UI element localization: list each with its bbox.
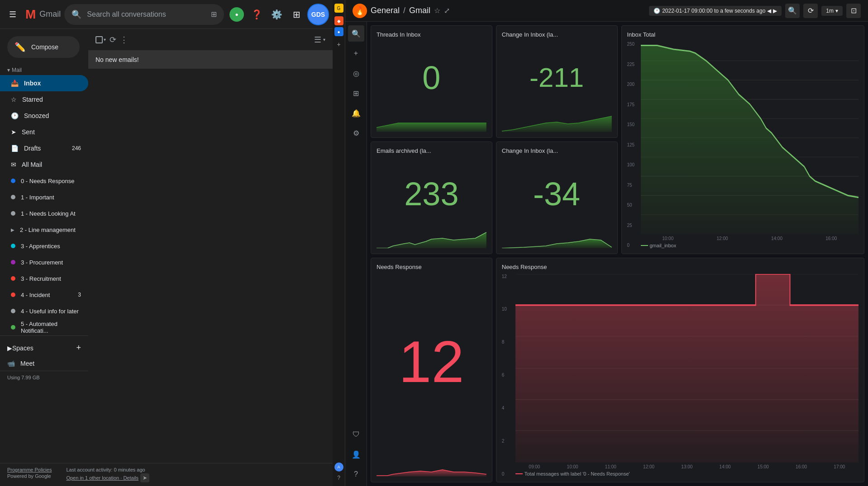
svg-marker-11 [641,46,859,234]
refresh-icon[interactable]: ⟳ [110,35,116,45]
sidebar-item-label-9[interactable]: 5 - Automated Notificati... [0,319,88,335]
sidebar-item-label-8[interactable]: 4 - Useful info for later [0,303,88,319]
sidebar-item-label-0[interactable]: 0 - Needs Response [0,173,88,189]
meet-section[interactable]: 📹 Meet [0,356,88,371]
time-range-picker[interactable]: 🕐 2022-01-17 09:00:00 to a few seconds a… [649,6,782,16]
label-dot-2 [11,211,15,216]
settings-icon[interactable]: ⚙️ [267,5,286,24]
x-label-1400: 14:00 [771,236,782,241]
sidebar: ✏️ Compose ▾ Mail 📥 Inbox ☆ Starred 🕐 Sn… [0,29,88,463]
search-input[interactable] [87,10,205,19]
gs-user-icon[interactable]: 👤 [348,446,364,462]
grafana-sidebar: 🔍 + ◎ ⊞ 🔔 ⚙ 🛡 👤 ? [345,22,367,486]
sidebar-item-label-5[interactable]: 3 - Procurement [0,254,88,270]
change-inbox-2-value: -34 [502,158,612,230]
external-link-icon[interactable]: ➤ [140,473,149,482]
search-icon: 🔍 [72,9,81,19]
list-view-icon[interactable]: ☰ [314,35,321,45]
compose-button[interactable]: ✏️ Compose [7,36,80,58]
list-arrow-icon[interactable]: ▾ [323,37,325,42]
menu-icon[interactable]: ☰ [4,5,22,24]
label-4-text: 3 - Apprentices [21,243,60,250]
filter-icon[interactable]: ⊞ [211,10,217,19]
gs-settings-icon[interactable]: ⚙ [348,125,364,141]
svg-marker-1 [502,116,612,132]
sidebar-item-label-2[interactable]: 1 - Needs Looking At [0,205,88,222]
more-options-icon[interactable]: ⋮ [120,35,128,45]
nr-y-10: 10 [502,307,514,311]
time-range-left-arrow[interactable]: ◀ [767,8,771,14]
help-icon[interactable]: ❓ [248,5,266,24]
drafts-icon: 📄 [11,145,19,152]
inbox-label: Inbox [24,80,41,87]
avatar[interactable]: GDS [307,4,329,25]
breadcrumb: General / Gmail [371,6,430,15]
panel-threads-inbox: Threads In Inbox 0 [371,25,492,138]
nr-x-1600: 16:00 [796,464,807,469]
strip-help-icon[interactable]: ? [334,473,343,482]
legend-line-needs-response [515,473,523,474]
add-space-icon[interactable]: + [76,343,81,353]
x-label-1600: 16:00 [825,236,837,241]
refresh-interval-picker[interactable]: 1m ▾ [821,6,843,16]
strip-item-3[interactable]: ● [334,27,343,36]
legend-text-needs-response: Total messages with label '0 - Needs Res… [525,471,630,477]
sidebar-item-label-7[interactable]: 4 - Incident 3 [0,287,88,303]
sidebar-item-sent[interactable]: ➤ Sent [0,124,88,140]
footer-policies[interactable]: Programme Policies [7,467,52,472]
dashboard-share-icon[interactable]: ⤢ [444,6,450,15]
strip-add-icon[interactable]: + [334,40,343,49]
zoom-out-btn[interactable]: 🔍 [785,4,800,18]
gs-add-icon[interactable]: + [348,45,364,61]
spaces-section[interactable]: ▶ Spaces + [0,340,88,356]
sidebar-item-drafts[interactable]: 📄 Drafts 246 [0,140,88,156]
mail-arrow: ▾ [7,67,10,73]
circle-status-icon[interactable]: ● [228,5,246,24]
panel-inbox-total: Inbox Total 250 225 200 175 150 125 100 … [621,25,865,254]
apps-icon[interactable]: ⊞ [287,5,305,24]
gs-dashboard-icon[interactable]: ⊞ [348,85,364,101]
select-all-checkbox[interactable]: ▾ [95,36,106,43]
search-bar: 🔍 ⊞ [64,4,224,25]
refresh-btn[interactable]: ⟳ [803,4,818,18]
needs-response-legend: Total messages with label '0 - Needs Res… [515,471,858,477]
inbox-total-x-axis: 10:00 12:00 14:00 16:00 [641,234,859,241]
mail-section[interactable]: ▾ Mail [0,65,88,75]
breadcrumb-gmail: Gmail [409,6,430,15]
sidebar-item-snoozed[interactable]: 🕐 Snoozed [0,108,88,124]
gs-alert-icon[interactable]: 🔔 [348,105,364,121]
grafana-header-right: 🕐 2022-01-17 09:00:00 to a few seconds a… [649,4,861,18]
no-emails-message: No new emails! [88,51,333,69]
sidebar-item-inbox[interactable]: 📥 Inbox [0,75,88,91]
strip-avatar[interactable]: A [334,462,343,472]
gs-shield-icon[interactable]: 🛡 [348,426,364,443]
dashboard-star-icon[interactable]: ☆ [434,6,440,15]
gs-help-icon[interactable]: ? [348,466,364,482]
threads-inbox-minichart [377,114,486,132]
email-list: ▾ ⟳ ⋮ ☰ ▾ No new emails! [88,29,333,463]
sidebar-item-label-1[interactable]: 1 - Important [0,189,88,205]
no-emails-text: No new emails! [95,56,139,63]
strip-item-1[interactable]: G [334,4,343,13]
footer-right: Last account activity: 0 minutes ago Ope… [66,467,149,482]
sidebar-item-label-4[interactable]: 3 - Apprentices [0,238,88,254]
select-dropdown-icon[interactable]: ▾ [104,37,106,42]
gs-compass-icon[interactable]: ◎ [348,65,364,81]
tv-mode-btn[interactable]: ⊡ [846,4,861,18]
emails-archived-value: 233 [377,158,486,230]
footer-open-link[interactable]: Open in 1 other location · Details ➤ [66,473,149,482]
sidebar-item-starred[interactable]: ☆ Starred [0,91,88,108]
time-range-right-arrow[interactable]: ▶ [773,8,777,14]
vertical-icon-strip: G ◆ ● + A ? [333,0,345,486]
label-7-text: 4 - Incident [21,292,50,298]
refresh-interval-text: 1m [826,8,834,14]
mail-label: Mail [12,67,22,73]
x-label-1200: 12:00 [717,236,728,241]
strip-item-2[interactable]: ◆ [334,16,343,25]
nr-x-1300: 13:00 [681,464,692,469]
sidebar-item-label-3[interactable]: ▶ 2 - Line management [0,222,88,238]
gs-search-icon[interactable]: 🔍 [348,25,364,42]
sidebar-item-all-mail[interactable]: ✉ All Mail [0,156,88,173]
sidebar-item-label-6[interactable]: 3 - Recruitment [0,270,88,287]
y-label-50: 50 [627,203,639,208]
